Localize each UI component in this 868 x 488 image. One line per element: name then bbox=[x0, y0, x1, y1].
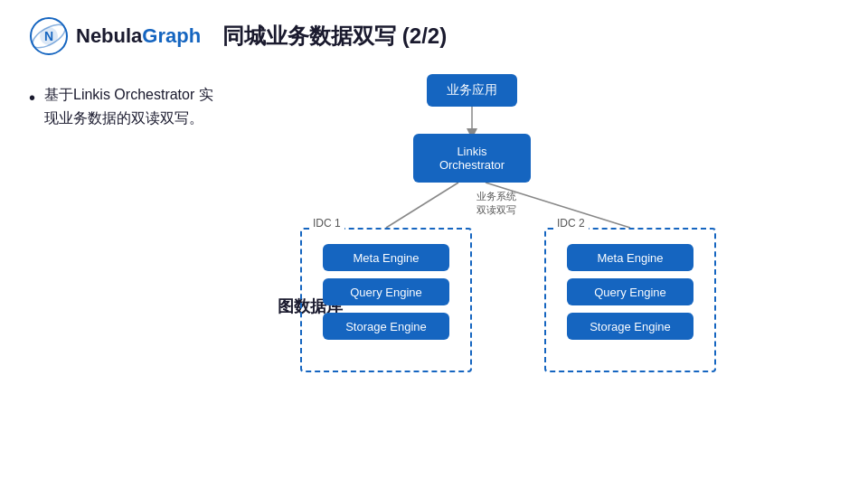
idc1-storage-engine: Storage Engine bbox=[323, 313, 449, 340]
shuang-label: 业务系统 双读双写 bbox=[465, 190, 528, 218]
idc2-label: IDC 2 bbox=[553, 217, 589, 230]
svg-text:N: N bbox=[44, 29, 53, 43]
idc2-query-engine: Query Engine bbox=[567, 278, 693, 305]
bullet-line1: 基于Linkis Orchestrator 实 bbox=[44, 83, 213, 107]
idc2-meta-engine: Meta Engine bbox=[567, 244, 693, 271]
logo-nebula: Nebula bbox=[76, 24, 142, 47]
logo: N NebulaGraph bbox=[29, 16, 201, 56]
logo-graph: Graph bbox=[142, 24, 201, 47]
idc2-storage-engine: Storage Engine bbox=[567, 313, 693, 340]
idc1-container: IDC 1 Meta Engine Query Engine Storage E… bbox=[300, 228, 472, 372]
yewu-app-box: 业务应用 bbox=[427, 74, 517, 107]
page-title: 同城业务数据双写 (2/2) bbox=[222, 22, 447, 51]
linkis-label: Linkis Orchestrator bbox=[439, 145, 505, 172]
svg-line-5 bbox=[386, 183, 458, 228]
bullet-line2: 现业务数据的双读双写。 bbox=[44, 107, 213, 130]
logo-text: NebulaGraph bbox=[76, 24, 201, 48]
bullet-text: 基于Linkis Orchestrator 实 现业务数据的双读双写。 bbox=[44, 83, 213, 129]
content-area: • 基于Linkis Orchestrator 实 现业务数据的双读双写。 bbox=[0, 56, 868, 472]
yewu-app-label: 业务应用 bbox=[447, 82, 497, 99]
bullet-item: • 基于Linkis Orchestrator 实 现业务数据的双读双写。 bbox=[29, 83, 282, 129]
idc2-container: IDC 2 Meta Engine Query Engine Storage E… bbox=[544, 228, 716, 372]
diagram-panel: 业务应用 Linkis Orchestrator 业务系统 双读双写 图数据库 … bbox=[282, 74, 839, 472]
nebula-logo-icon: N bbox=[29, 16, 69, 56]
bullet-dot: • bbox=[29, 85, 35, 110]
idc1-label: IDC 1 bbox=[309, 217, 344, 230]
left-panel: • 基于Linkis Orchestrator 实 现业务数据的双读双写。 bbox=[29, 74, 282, 472]
idc1-query-engine: Query Engine bbox=[323, 278, 449, 305]
linkis-box: Linkis Orchestrator bbox=[413, 134, 531, 183]
header: N NebulaGraph 同城业务数据双写 (2/2) bbox=[0, 0, 868, 56]
idc1-meta-engine: Meta Engine bbox=[323, 244, 449, 271]
